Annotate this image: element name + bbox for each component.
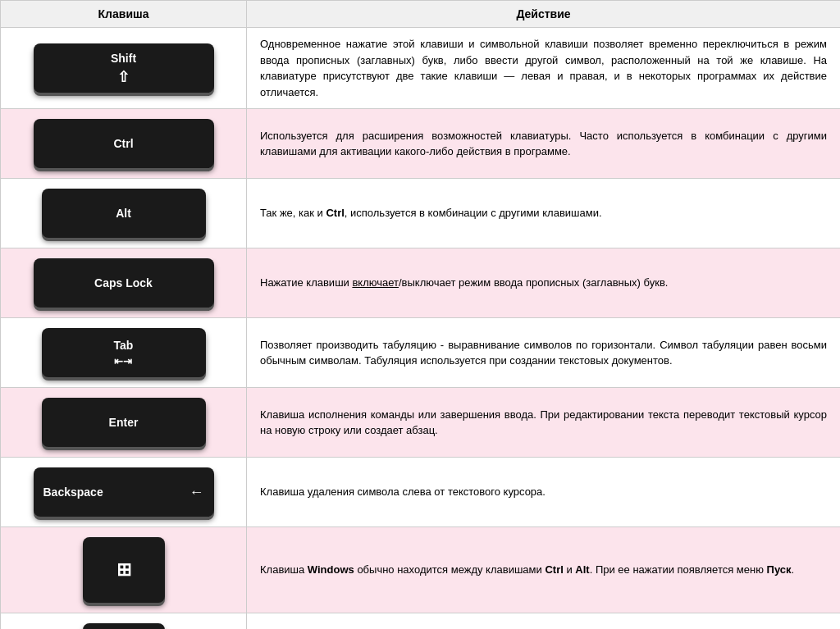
action-cell: Нажатие клавиши включает/выключает режим… [247,248,841,318]
key-cell: Caps Lock [1,248,247,318]
alt-key: Alt [42,189,206,238]
action-cell: Одновременное нажатие этой клавиши и сим… [247,28,841,109]
key-cell: Alt [1,179,247,248]
action-cell: Так же, как и Ctrl, используется в комби… [247,179,841,248]
action-cell: Клавиша исполнения команды или завершени… [247,388,841,458]
tab-key: Tab ⇤⇥ [42,328,206,377]
menu-key [83,623,165,629]
backspace-key: Backspace ← [34,467,214,517]
enter-key: Enter [42,398,206,447]
key-cell: Shift ⇧ [1,28,247,109]
keyboard-table: Клавиша Действие Shift ⇧ Одновременное н… [0,0,840,629]
table-row: ⊞ Клавиша Windows обычно находится между… [1,527,841,613]
key-cell: Tab ⇤⇥ [1,318,247,388]
shift-key: Shift ⇧ [34,43,214,93]
key-cell: ⊞ [1,527,247,613]
action-cell: Позволяет производить табуляцию - выравн… [247,318,841,388]
windows-key: ⊞ [83,537,165,603]
action-cell: Клавиша Windows обычно находится между к… [247,527,841,613]
capslock-key: Caps Lock [34,258,214,308]
action-cell: Используется для расширения возможностей… [247,109,841,179]
table-row: Enter Клавиша исполнения команды или зав… [1,388,841,458]
col-header-action: Действие [247,1,841,28]
action-cell: Клавиша вызывает контекстное меню объект… [247,613,841,630]
ctrl-key: Ctrl [34,119,214,168]
col-header-key: Клавиша [1,1,247,28]
table-row: Tab ⇤⇥ Позволяет производить табуляцию -… [1,318,841,388]
action-cell: Клавиша удаления символа слева от тексто… [247,458,841,527]
table-row: Ctrl Используется для расширения возможн… [1,109,841,179]
table-row: Alt Так же, как и Ctrl, используется в к… [1,179,841,248]
key-cell: Ctrl [1,109,247,179]
table-row: Backspace ← Клавиша удаления символа сле… [1,458,841,527]
table-row: Клавиша вызывает контекстное меню объект… [1,613,841,630]
table-row: Shift ⇧ Одновременное нажатие этой клави… [1,28,841,109]
table-row: Caps Lock Нажатие клавиши включает/выклю… [1,248,841,318]
key-cell: Enter [1,388,247,458]
key-cell: Backspace ← [1,458,247,527]
key-cell [1,613,247,630]
